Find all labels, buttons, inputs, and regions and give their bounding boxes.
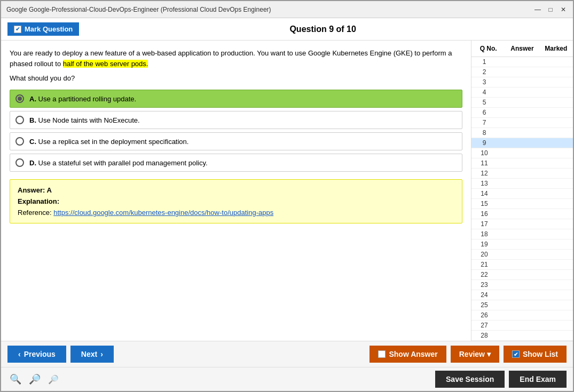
review-dropdown-icon: ▾ — [487, 350, 491, 358]
title-bar-text: Google Google-Professional-Cloud-DevOps-… — [6, 6, 271, 13]
option-radio-a — [15, 94, 24, 103]
mark-question-label: Mark Question — [25, 25, 73, 33]
option-row-b[interactable]: B. Use Node taints with NoExecute. — [10, 111, 462, 129]
review-button[interactable]: Review ▾ — [451, 346, 499, 363]
sidebar-row[interactable]: 27 — [471, 321, 573, 331]
end-exam-button[interactable]: End Exam — [509, 371, 567, 388]
sidebar-row[interactable]: 23 — [471, 280, 573, 290]
sidebar-q-no: 10 — [474, 149, 495, 157]
option-row-d[interactable]: D. Use a stateful set with parallel pod … — [10, 154, 462, 172]
show-list-check-icon: ✔ — [512, 350, 520, 358]
toolbar: ✔ Mark Question Question 9 of 10 — [1, 18, 573, 41]
sidebar-q-no: 18 — [474, 230, 495, 238]
sidebar-row[interactable]: 3 — [471, 77, 573, 87]
question-panel: You are ready to deploy a new feature of… — [1, 41, 471, 341]
sidebar-row[interactable]: 24 — [471, 290, 573, 300]
zoom-in-button[interactable]: 🔍 — [7, 372, 23, 386]
sidebar-row[interactable]: 15 — [471, 199, 573, 209]
sidebar-header: Q No. Answer Marked — [471, 41, 573, 57]
sidebar-row[interactable]: 5 — [471, 98, 573, 108]
footer-right: Save Session End Exam — [435, 371, 567, 388]
previous-button[interactable]: ‹ Previous — [7, 346, 66, 363]
sidebar-row[interactable]: 7 — [471, 118, 573, 128]
minimize-button[interactable]: — — [533, 5, 542, 14]
sidebar-row[interactable]: 21 — [471, 260, 573, 270]
option-row-c[interactable]: C. Use a replica set in the deployment s… — [10, 132, 462, 150]
mark-question-button[interactable]: ✔ Mark Question — [7, 22, 79, 36]
sidebar-row[interactable]: 28 — [471, 331, 573, 341]
sidebar-q-no: 3 — [474, 78, 495, 86]
sidebar-q-no: 25 — [474, 301, 495, 309]
previous-label: Previous — [24, 350, 56, 358]
sidebar-row[interactable]: 20 — [471, 250, 573, 260]
sidebar-q-no: 12 — [474, 170, 495, 177]
sidebar-col-qno: Q No. — [471, 43, 505, 54]
show-answer-label: Show Answer — [389, 350, 437, 358]
sidebar-row[interactable]: 22 — [471, 270, 573, 280]
sidebar-q-no: 19 — [474, 241, 495, 248]
sidebar-row[interactable]: 10 — [471, 148, 573, 158]
sidebar-q-no: 15 — [474, 200, 495, 207]
show-answer-button[interactable]: Show Answer — [369, 346, 446, 363]
sidebar-row[interactable]: 6 — [471, 108, 573, 118]
close-button[interactable]: ✕ — [559, 5, 568, 14]
sidebar-q-no: 7 — [474, 119, 495, 126]
sidebar-row[interactable]: 13 — [471, 179, 573, 189]
sidebar-q-no: 9 — [474, 139, 495, 147]
bottom-nav: ‹ Previous Next › Show Answer Review ▾ ✔… — [1, 341, 573, 367]
show-list-button[interactable]: ✔ Show List — [504, 346, 567, 363]
sidebar-row[interactable]: 25 — [471, 300, 573, 310]
prev-chevron-icon: ‹ — [18, 350, 21, 358]
sidebar-q-no: 4 — [474, 89, 495, 96]
sidebar-q-no: 21 — [474, 261, 495, 268]
title-bar: Google Google-Professional-Cloud-DevOps-… — [1, 1, 573, 18]
options-container: A. Use a partitioned rolling update.B. U… — [10, 90, 462, 172]
sidebar-row[interactable]: 26 — [471, 310, 573, 321]
sidebar-row[interactable]: 11 — [471, 158, 573, 169]
maximize-button[interactable]: □ — [546, 5, 555, 14]
sidebar-q-no: 28 — [474, 332, 495, 339]
question-text: You are ready to deploy a new feature of… — [10, 48, 462, 69]
sidebar-q-no: 22 — [474, 271, 495, 278]
sidebar-q-no: 13 — [474, 180, 495, 187]
sidebar-q-no: 1 — [474, 58, 495, 66]
sidebar-row[interactable]: 18 — [471, 229, 573, 239]
zoom-out-button[interactable]: 🔎 — [46, 373, 61, 386]
mark-checkbox-icon: ✔ — [14, 26, 21, 33]
sidebar: Q No. Answer Marked 12345678910111213141… — [471, 41, 573, 341]
sidebar-row[interactable]: 16 — [471, 209, 573, 219]
option-text-a: A. Use a partitioned rolling update. — [29, 95, 136, 103]
sidebar-q-no: 5 — [474, 99, 495, 106]
sidebar-row[interactable]: 1 — [471, 57, 573, 67]
sidebar-col-marked: Marked — [539, 43, 573, 54]
sidebar-row[interactable]: 4 — [471, 87, 573, 98]
sidebar-q-no: 24 — [474, 291, 495, 299]
reference-label: Reference: — [18, 209, 52, 217]
sidebar-row[interactable]: 17 — [471, 219, 573, 229]
sidebar-row[interactable]: 8 — [471, 128, 573, 138]
save-session-button[interactable]: Save Session — [435, 371, 505, 388]
option-row-a[interactable]: A. Use a partitioned rolling update. — [10, 90, 462, 108]
sidebar-col-answer: Answer — [505, 43, 539, 54]
main-wrapper: ✔ Mark Question Question 9 of 10 You are… — [1, 18, 573, 391]
show-list-label: Show List — [523, 350, 558, 358]
sidebar-q-no: 17 — [474, 220, 495, 228]
sidebar-q-no: 8 — [474, 129, 495, 137]
reference-text: Reference: https://cloud.google.com/kube… — [18, 209, 454, 217]
sidebar-row[interactable]: 2 — [471, 67, 573, 77]
sidebar-row[interactable]: 19 — [471, 239, 573, 250]
highlight-text: half of the web server pods. — [63, 60, 148, 68]
sidebar-q-no: 11 — [474, 159, 495, 167]
zoom-reset-button[interactable]: 🔎 — [27, 372, 43, 386]
option-text-c: C. Use a replica set in the deployment s… — [29, 138, 188, 146]
sidebar-row[interactable]: 12 — [471, 169, 573, 179]
option-radio-d — [15, 158, 24, 167]
reference-link[interactable]: https://cloud.google.com/kubernetes-engi… — [53, 209, 273, 217]
sidebar-row[interactable]: 14 — [471, 189, 573, 199]
sidebar-row[interactable]: 9 — [471, 138, 573, 148]
explanation-label: Explanation: — [18, 197, 454, 205]
sidebar-q-no: 6 — [474, 109, 495, 116]
sidebar-q-no: 26 — [474, 311, 495, 319]
answer-label: Answer: A — [18, 186, 454, 194]
next-button[interactable]: Next › — [70, 346, 114, 363]
